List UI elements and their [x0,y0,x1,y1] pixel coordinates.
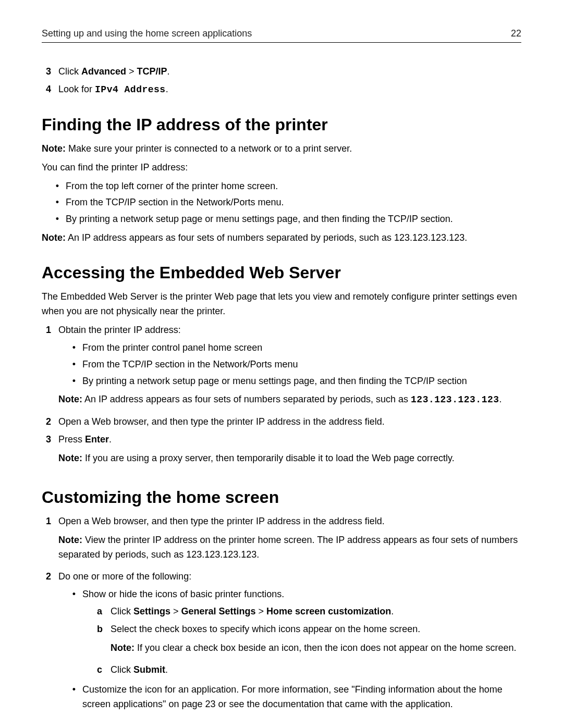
bold-text: Enter [85,434,109,445]
heading-customizing: Customizing the home screen [42,488,521,507]
continued-steps: 3 Click Advanced > TCP/IP. 4 Look for IP… [42,65,521,97]
step-number: 4 [42,82,51,97]
substep-letter: c [97,663,105,677]
step-number: 2 [42,415,51,429]
bold-text: Home screen customization [266,606,391,616]
text-fragment: From the TCP/IP section in the Network/P… [66,195,284,210]
list-item: From the printer control panel home scre… [71,341,521,355]
section-path: Setting up and using the home screen app… [42,28,252,39]
bold-text: Settings [133,606,170,616]
bold-text: General Settings [181,606,256,616]
text-fragment: Look for [58,84,95,94]
substep-c: c Click Submit. [97,663,521,677]
step-text: Press Enter. [58,434,112,445]
bullet-list: From the top left corner of the printer … [54,179,521,227]
note-paragraph: Note: An IP address appears as four sets… [42,231,521,245]
text-fragment: Click [111,664,133,675]
note-label: Note: [111,643,134,653]
text-fragment: From the printer control panel home scre… [82,341,262,355]
code-text: IPv4 Address [95,84,166,95]
steps-customizing: 1 Open a Web browser, and then type the … [42,514,521,715]
note-text: View the printer IP address on the print… [58,535,518,560]
step-3: 3 Click Advanced > TCP/IP. [42,65,521,79]
note-label: Note: [42,232,66,243]
bold-text: Advanced [81,66,126,77]
text-fragment: Select the check boxes to specify which … [111,624,420,634]
note-paragraph: Note: If you are using a proxy server, t… [58,451,521,466]
text-fragment: Customize the icon for an application. F… [82,683,521,712]
note-paragraph: Note: View the printer IP address on the… [58,533,521,562]
list-item: By printing a network setup page or menu… [71,374,521,389]
bold-text: TCP/IP [137,66,167,77]
substep-letter: b [97,622,105,660]
step-body: Obtain the printer IP address: From the … [58,323,521,412]
note-label: Note: [58,394,82,404]
list-item: From the top left corner of the printer … [54,179,521,194]
text-fragment: By printing a network setup page or menu… [82,374,467,389]
substep-body: Select the check boxes to specify which … [111,622,521,660]
substep-b: b Select the check boxes to specify whic… [97,622,521,660]
document-page: Setting up and using the home screen app… [0,0,563,728]
note-text: An IP address appears as four sets of nu… [66,232,467,243]
note-paragraph: Note: An IP address appears as four sets… [58,392,521,408]
text-fragment: Click [58,66,81,77]
list-item: From the TCP/IP section in the Network/P… [71,357,521,372]
heading-finding-ip: Finding the IP address of the printer [42,115,521,134]
steps-accessing: 1 Obtain the printer IP address: From th… [42,323,521,470]
text-fragment: From the top left corner of the printer … [66,179,278,194]
note-paragraph: Note: Make sure your printer is connecte… [42,142,521,156]
text-fragment: . [109,434,112,445]
text-fragment: . [167,66,170,77]
list-item: By printing a network setup page or menu… [54,212,521,227]
lettered-steps: a Click Settings > General Settings > Ho… [97,604,521,677]
step-1: 1 Obtain the printer IP address: From th… [42,323,521,412]
text-fragment: From the TCP/IP section in the Network/P… [82,357,298,372]
text-fragment: By printing a network setup page or menu… [66,212,453,227]
text-fragment: Show or hide the icons of basic printer … [82,589,284,599]
step-1: 1 Open a Web browser, and then type the … [42,514,521,566]
note-paragraph: Note: If you clear a check box beside an… [111,641,521,656]
bold-text: Submit [133,664,165,675]
bullet-list: Show or hide the icons of basic printer … [71,587,521,712]
step-body: Do one or more of the following: Show or… [58,570,521,715]
step-text: Click Advanced > TCP/IP. [58,65,521,79]
step-body: Press Enter. Note: If you are using a pr… [58,433,521,470]
bullet-list: From the printer control panel home scre… [71,341,521,389]
note-text: If you clear a check box beside an icon,… [134,643,516,653]
step-number: 2 [42,570,51,715]
text-fragment: . [165,664,168,675]
step-2: 2 Do one or more of the following: Show … [42,570,521,715]
step-number: 3 [42,433,51,470]
substep-letter: a [97,604,105,619]
text-fragment: Click [111,606,133,616]
text-fragment: Open a Web browser, and then type the pr… [58,516,385,526]
body-text: You can find the printer IP address: [42,161,521,175]
text-fragment: > [126,66,137,77]
text-fragment: . [166,84,168,94]
substep-text: Click Settings > General Settings > Home… [111,604,521,619]
text-fragment: . [391,606,394,616]
step-number: 3 [42,65,51,79]
step-3: 3 Press Enter. Note: If you are using a … [42,433,521,470]
step-body: Open a Web browser, and then type the pr… [58,514,521,566]
step-text: Look for IPv4 Address. [58,82,521,97]
step-2: 2 Open a Web browser, and then type the … [42,415,521,429]
note-text: An IP address appears as four sets of nu… [82,394,411,404]
step-text: Open a Web browser, and then type the pr… [58,415,521,429]
note-label: Note: [58,453,82,463]
list-item: Customize the icon for an application. F… [71,683,521,712]
note-text: If you are using a proxy server, then te… [82,453,455,463]
text-fragment: Press [58,434,85,445]
list-item-body: Show or hide the icons of basic printer … [82,587,521,681]
note-label: Note: [58,535,82,545]
text-fragment: . [499,394,502,404]
code-text: 123.123.123.123 [411,394,499,405]
note-label: Note: [42,143,66,154]
text-fragment: Do one or more of the following: [58,571,191,582]
step-number: 1 [42,514,51,566]
text-fragment: > [256,606,267,616]
substep-a: a Click Settings > General Settings > Ho… [97,604,521,619]
running-header: Setting up and using the home screen app… [42,28,521,43]
list-item: From the TCP/IP section in the Network/P… [54,195,521,210]
text-fragment: Obtain the printer IP address: [58,325,181,335]
